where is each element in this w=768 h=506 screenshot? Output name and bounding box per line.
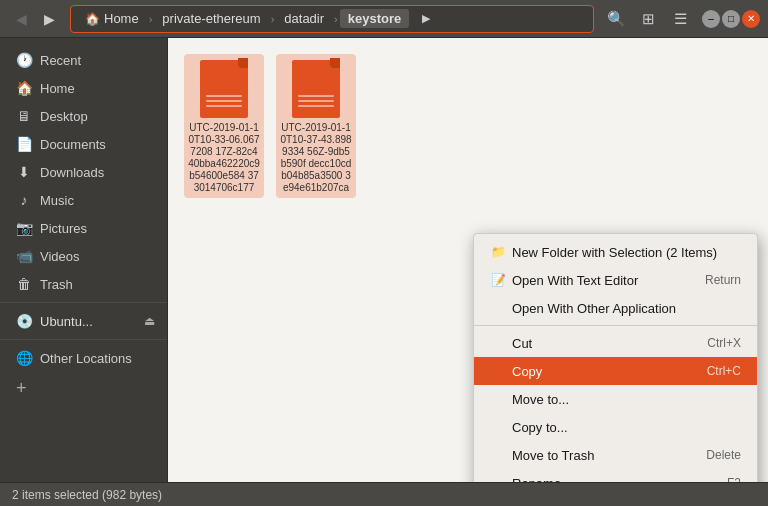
sidebar-item-ubuntu[interactable]: 💿 Ubuntu... ⏏ <box>0 307 167 335</box>
sidebar-divider <box>0 302 167 303</box>
back-button[interactable]: ◀ <box>8 6 34 32</box>
ubuntu-icon: 💿 <box>16 313 32 329</box>
ctx-left-rename: Rename... <box>490 475 572 482</box>
menu-button[interactable]: ☰ <box>666 5 694 33</box>
file-item-2[interactable]: UTC-2019-01-10T10-37-43.8989334 56Z-9db5… <box>276 54 356 198</box>
file-icon-2 <box>290 58 342 118</box>
ctx-copy-to-label: Copy to... <box>512 420 568 435</box>
file-item-1[interactable]: UTC-2019-01-10T10-33-06.0677208 17Z-82c4… <box>184 54 264 198</box>
content-area: UTC-2019-01-10T10-33-06.0677208 17Z-82c4… <box>168 38 768 482</box>
sidebar-item-music[interactable]: ♪ Music <box>0 186 167 214</box>
sidebar-label-trash: Trash <box>40 277 73 292</box>
sidebar-item-downloads[interactable]: ⬇ Downloads <box>0 158 167 186</box>
sidebar-label-music: Music <box>40 193 74 208</box>
breadcrumb-keystore-label: keystore <box>348 11 401 26</box>
open-other-icon <box>490 300 506 316</box>
breadcrumb-datadir[interactable]: datadir <box>276 9 332 28</box>
ctx-move-to-label: Move to... <box>512 392 569 407</box>
context-menu: 📁 New Folder with Selection (2 Items) 📝 … <box>473 233 758 482</box>
ctx-left-cut: Cut <box>490 335 532 351</box>
sidebar-item-recent[interactable]: 🕐 Recent <box>0 46 167 74</box>
move-trash-icon <box>490 447 506 463</box>
ctx-copy-to[interactable]: Copy to... <box>474 413 757 441</box>
ctx-move-trash-shortcut: Delete <box>706 448 741 462</box>
ctx-left-open-text: 📝 Open With Text Editor <box>490 272 638 288</box>
copy-to-icon <box>490 419 506 435</box>
ctx-sep-1 <box>474 325 757 326</box>
ctx-open-text-label: Open With Text Editor <box>512 273 638 288</box>
home-icon: 🏠 <box>85 12 100 26</box>
statusbar: 2 items selected (982 bytes) <box>0 482 768 506</box>
text-editor-icon: 📝 <box>490 272 506 288</box>
breadcrumb-keystore[interactable]: keystore <box>340 9 409 28</box>
sidebar-item-documents[interactable]: 📄 Documents <box>0 130 167 158</box>
file-icon-1 <box>198 58 250 118</box>
ctx-left-move-to: Move to... <box>490 391 569 407</box>
file-name-1: UTC-2019-01-10T10-33-06.0677208 17Z-82c4… <box>188 122 260 194</box>
status-text: 2 items selected (982 bytes) <box>12 488 162 502</box>
sep1: › <box>149 13 153 25</box>
downloads-icon: ⬇ <box>16 164 32 180</box>
sidebar-item-trash[interactable]: 🗑 Trash <box>0 270 167 298</box>
ctx-new-folder-label: New Folder with Selection (2 Items) <box>512 245 717 260</box>
breadcrumb-datadir-label: datadir <box>284 11 324 26</box>
maximize-button[interactable]: □ <box>722 10 740 28</box>
breadcrumb-home[interactable]: 🏠 Home <box>77 9 147 28</box>
ctx-cut-label: Cut <box>512 336 532 351</box>
view-toggle-button[interactable]: ⊞ <box>634 5 662 33</box>
eject-icon[interactable]: ⏏ <box>144 314 155 328</box>
file-name-2: UTC-2019-01-10T10-37-43.8989334 56Z-9db5… <box>280 122 352 194</box>
ctx-rename[interactable]: Rename... F2 <box>474 469 757 482</box>
sidebar-divider2 <box>0 339 167 340</box>
ctx-move-to[interactable]: Move to... <box>474 385 757 413</box>
file-fold-2 <box>330 58 340 68</box>
breadcrumb-private-ethereum[interactable]: private-ethereum <box>154 9 268 28</box>
sidebar-label-documents: Documents <box>40 137 106 152</box>
search-button[interactable]: 🔍 <box>602 5 630 33</box>
sidebar-label-pictures: Pictures <box>40 221 87 236</box>
ctx-open-other[interactable]: Open With Other Application <box>474 294 757 322</box>
file-lines-1 <box>206 95 242 110</box>
ctx-left-copy-to: Copy to... <box>490 419 568 435</box>
sidebar-label-other-locations: Other Locations <box>40 351 132 366</box>
breadcrumb-bar: 🏠 Home › private-ethereum › datadir › ke… <box>70 5 594 33</box>
sidebar-item-desktop[interactable]: 🖥 Desktop <box>0 102 167 130</box>
ctx-copy[interactable]: Copy Ctrl+C <box>474 357 757 385</box>
breadcrumb-home-label: Home <box>104 11 139 26</box>
ctx-cut[interactable]: Cut Ctrl+X <box>474 329 757 357</box>
ctx-left-new-folder: 📁 New Folder with Selection (2 Items) <box>490 244 717 260</box>
sidebar-item-pictures[interactable]: 📷 Pictures <box>0 214 167 242</box>
file-fold-1 <box>238 58 248 68</box>
desktop-icon: 🖥 <box>16 108 32 124</box>
sidebar-item-other-locations[interactable]: 🌐 Other Locations <box>0 344 167 372</box>
ctx-move-trash[interactable]: Move to Trash Delete <box>474 441 757 469</box>
sidebar-label-downloads: Downloads <box>40 165 104 180</box>
sidebar-item-videos[interactable]: 📹 Videos <box>0 242 167 270</box>
ctx-open-text-editor[interactable]: 📝 Open With Text Editor Return <box>474 266 757 294</box>
sidebar-item-home[interactable]: 🏠 Home <box>0 74 167 102</box>
ctx-open-text-shortcut: Return <box>705 273 741 287</box>
sidebar: 🕐 Recent 🏠 Home 🖥 Desktop 📄 Documents ⬇ … <box>0 38 168 482</box>
breadcrumb-private-ethereum-label: private-ethereum <box>162 11 260 26</box>
ctx-left-open-other: Open With Other Application <box>490 300 676 316</box>
sidebar-label-recent: Recent <box>40 53 81 68</box>
ctx-copy-shortcut: Ctrl+C <box>707 364 741 378</box>
ctx-move-trash-label: Move to Trash <box>512 448 594 463</box>
rename-icon <box>490 475 506 482</box>
ctx-new-folder[interactable]: 📁 New Folder with Selection (2 Items) <box>474 238 757 266</box>
add-icon: + <box>16 378 27 399</box>
ctx-left-copy: Copy <box>490 363 542 379</box>
main-area: 🕐 Recent 🏠 Home 🖥 Desktop 📄 Documents ⬇ … <box>0 38 768 482</box>
close-button[interactable]: ✕ <box>742 10 760 28</box>
home-sidebar-icon: 🏠 <box>16 80 32 96</box>
trash-icon: 🗑 <box>16 276 32 292</box>
minimize-button[interactable]: – <box>702 10 720 28</box>
forward-button[interactable]: ▶ <box>36 6 62 32</box>
sep3: › <box>334 13 338 25</box>
music-icon: ♪ <box>16 192 32 208</box>
ctx-rename-label: Rename... <box>512 476 572 483</box>
more-breadcrumbs-button[interactable]: ▶ <box>413 6 439 32</box>
sidebar-add-bookmark[interactable]: + <box>0 372 167 405</box>
titlebar: ◀ ▶ 🏠 Home › private-ethereum › datadir … <box>0 0 768 38</box>
copy-icon <box>490 363 506 379</box>
